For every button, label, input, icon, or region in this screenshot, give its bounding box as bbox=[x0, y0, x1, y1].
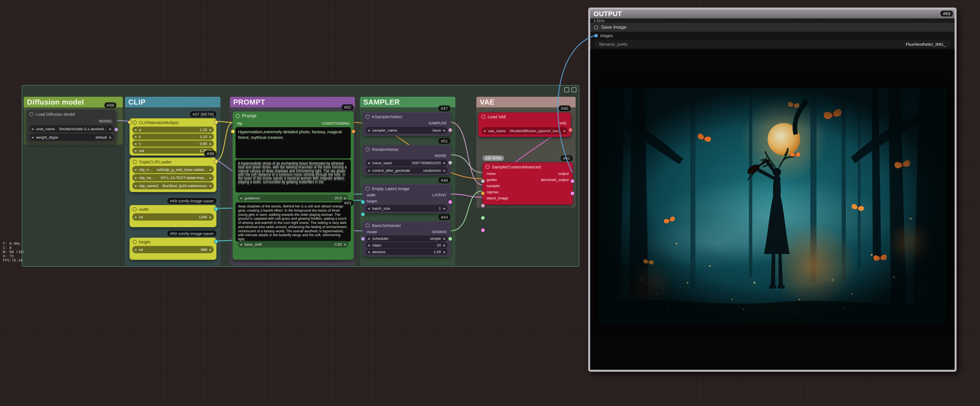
collapse-dot-icon[interactable] bbox=[132, 207, 137, 211]
decrement-arrow-icon[interactable] bbox=[134, 166, 137, 173]
sampler-name-widget[interactable]: sampler_nameheun bbox=[366, 127, 448, 133]
int-output-port[interactable] bbox=[214, 239, 218, 244]
decrement-arrow-icon[interactable] bbox=[134, 174, 137, 181]
clip-name3-widget[interactable]: clip_name3flux/t5xxl_fp16.safetensors bbox=[132, 182, 214, 189]
node-basic-scheduler[interactable]: #44 BasicScheduler model SIGMAS schedule… bbox=[363, 221, 451, 257]
decrement-arrow-icon[interactable] bbox=[368, 242, 370, 248]
increment-arrow-icon[interactable] bbox=[444, 167, 445, 174]
node-title-bar[interactable]: Load VAE bbox=[479, 113, 571, 120]
sigmas-input-port[interactable] bbox=[481, 216, 485, 220]
decrement-arrow-icon[interactable] bbox=[240, 241, 242, 247]
output-port[interactable] bbox=[570, 179, 574, 183]
increment-arrow-icon[interactable] bbox=[444, 205, 445, 212]
node-load-vae[interactable]: #40 Load VAE VAE vae_nameShuttle/diffusi… bbox=[478, 113, 571, 137]
latent-output-port[interactable] bbox=[448, 200, 452, 204]
node-clip-attention-multiply[interactable]: #37 [BETA] CLIPAttentionMultiply q1.20 k… bbox=[129, 118, 216, 155]
collapse-dot-icon[interactable] bbox=[481, 114, 485, 119]
sampler-output-port[interactable] bbox=[448, 128, 452, 132]
increment-arrow-icon[interactable] bbox=[444, 249, 445, 255]
collapse-dot-icon[interactable] bbox=[132, 121, 137, 125]
node-title-bar[interactable]: RandomNoise bbox=[363, 145, 450, 152]
collapse-dot-icon[interactable] bbox=[366, 147, 370, 151]
scheduler-widget[interactable]: schedulersimple bbox=[366, 235, 448, 241]
decrement-arrow-icon[interactable] bbox=[134, 213, 137, 220]
decrement-arrow-icon[interactable] bbox=[134, 141, 137, 147]
int-output-port[interactable] bbox=[214, 207, 218, 211]
node-title-bar[interactable]: Load Diffusion Model bbox=[27, 109, 116, 118]
node-width-int[interactable]: #49 comfy-image-saver width int1240 bbox=[129, 205, 216, 227]
noise-seed-widget[interactable]: noise_seed20977959632025 bbox=[366, 160, 448, 166]
weight-dtype-widget[interactable]: weight_dtypedefault bbox=[29, 133, 114, 141]
increment-arrow-icon[interactable] bbox=[110, 133, 111, 141]
decrement-arrow-icon[interactable] bbox=[368, 205, 370, 212]
node-title-bar[interactable]: BasicScheduler bbox=[363, 221, 450, 228]
increment-arrow-icon[interactable] bbox=[210, 213, 212, 220]
collapse-dot-icon[interactable] bbox=[485, 165, 490, 169]
collapse-dot-icon[interactable] bbox=[366, 187, 370, 191]
batch-size-widget[interactable]: batch_size1 bbox=[366, 205, 448, 212]
collapse-dot-icon[interactable] bbox=[132, 160, 137, 164]
unet-name-widget[interactable]: unet_nameShuttle/shuttle-3.1-aestheti... bbox=[29, 125, 114, 132]
filename-prefix-widget[interactable]: filename_prefix Flux/Aesthetic/_IMG_ bbox=[594, 40, 951, 48]
decrement-arrow-icon[interactable] bbox=[368, 235, 370, 241]
decrement-arrow-icon[interactable] bbox=[134, 127, 137, 133]
node-title-bar[interactable]: Empty Latent Image bbox=[363, 185, 450, 192]
steps-widget[interactable]: steps20 bbox=[366, 242, 448, 248]
int-widget[interactable]: int869 bbox=[132, 246, 214, 253]
prompt-textarea2[interactable]: deep shadows of the woods. Behind her is… bbox=[235, 203, 351, 241]
increment-arrow-icon[interactable] bbox=[344, 241, 347, 247]
height-input-port[interactable] bbox=[361, 212, 365, 216]
decrement-arrow-icon[interactable] bbox=[134, 182, 137, 189]
node-title-bar[interactable]: CLIPAttentionMultiply bbox=[130, 119, 216, 126]
output-window[interactable]: OUTPUT #53 1.010s Save Image images file… bbox=[588, 8, 956, 372]
increment-arrow-icon[interactable] bbox=[210, 141, 212, 147]
denoise-widget[interactable]: denoise1.00 bbox=[366, 249, 448, 255]
decrement-arrow-icon[interactable] bbox=[134, 147, 137, 154]
increment-arrow-icon[interactable] bbox=[210, 182, 212, 189]
group-icon[interactable] bbox=[564, 87, 569, 92]
latent-image-input-port[interactable] bbox=[481, 228, 485, 232]
decrement-arrow-icon[interactable] bbox=[134, 133, 137, 140]
increment-arrow-icon[interactable] bbox=[444, 235, 445, 241]
decrement-arrow-icon[interactable] bbox=[368, 167, 370, 174]
increment-arrow-icon[interactable] bbox=[210, 127, 212, 133]
guider-input-port[interactable] bbox=[481, 191, 485, 195]
model-input-port[interactable] bbox=[361, 237, 365, 241]
prompt-textarea[interactable]: Hyperrealism,extremely detailed photo, f… bbox=[235, 127, 351, 159]
collapse-dot-icon[interactable] bbox=[366, 224, 370, 228]
images-input-port[interactable] bbox=[594, 34, 598, 38]
decrement-arrow-icon[interactable] bbox=[240, 195, 242, 201]
int-widget[interactable]: int1240 bbox=[132, 213, 214, 220]
decrement-arrow-icon[interactable] bbox=[368, 249, 370, 255]
collapse-dot-icon[interactable] bbox=[132, 240, 137, 244]
group-clip-title[interactable]: CLIP bbox=[125, 97, 220, 107]
clip-input-port[interactable] bbox=[231, 129, 235, 133]
denoised-output-port[interactable] bbox=[570, 191, 574, 195]
clip-output-port[interactable] bbox=[214, 120, 218, 124]
collapse-dot-icon[interactable] bbox=[29, 112, 33, 116]
collapse-dot-icon[interactable] bbox=[594, 25, 598, 30]
group-corner-icons[interactable] bbox=[564, 87, 576, 92]
sampler-input-port[interactable] bbox=[481, 203, 485, 208]
model-output-port[interactable] bbox=[114, 127, 118, 132]
output-titlebar[interactable]: OUTPUT #53 bbox=[590, 10, 955, 18]
collapse-dot-icon[interactable] bbox=[366, 114, 370, 119]
prompt-textarea-overlapped[interactable]: A hyperrealistic photo of an enchanting … bbox=[235, 160, 351, 192]
increment-arrow-icon[interactable] bbox=[210, 246, 212, 253]
clip-input-port[interactable] bbox=[128, 120, 132, 124]
node-title-bar[interactable]: width bbox=[130, 205, 216, 213]
clip-output-port[interactable] bbox=[214, 160, 218, 164]
conditioning-output-port[interactable] bbox=[351, 129, 355, 133]
node-title-bar[interactable]: SamplerCustomAdvanced bbox=[483, 163, 573, 170]
node-prompt[interactable]: #52 #43 Prompt clip CONDITIONING Hyperre… bbox=[232, 111, 354, 260]
decrement-arrow-icon[interactable] bbox=[134, 246, 137, 253]
increment-arrow-icon[interactable] bbox=[210, 133, 212, 140]
decrement-arrow-icon[interactable] bbox=[483, 127, 485, 135]
noise-input-port[interactable] bbox=[481, 179, 485, 183]
vae-output-port[interactable] bbox=[568, 128, 573, 132]
decrement-arrow-icon[interactable] bbox=[368, 127, 370, 133]
increment-arrow-icon[interactable] bbox=[564, 127, 566, 135]
guidance-widget[interactable]: guidance20.0 bbox=[238, 195, 348, 201]
increment-arrow-icon[interactable] bbox=[210, 166, 212, 173]
node-sampler-custom-advanced[interactable]: 197.870s #42 SamplerCustomAdvanced noise… bbox=[482, 162, 573, 205]
